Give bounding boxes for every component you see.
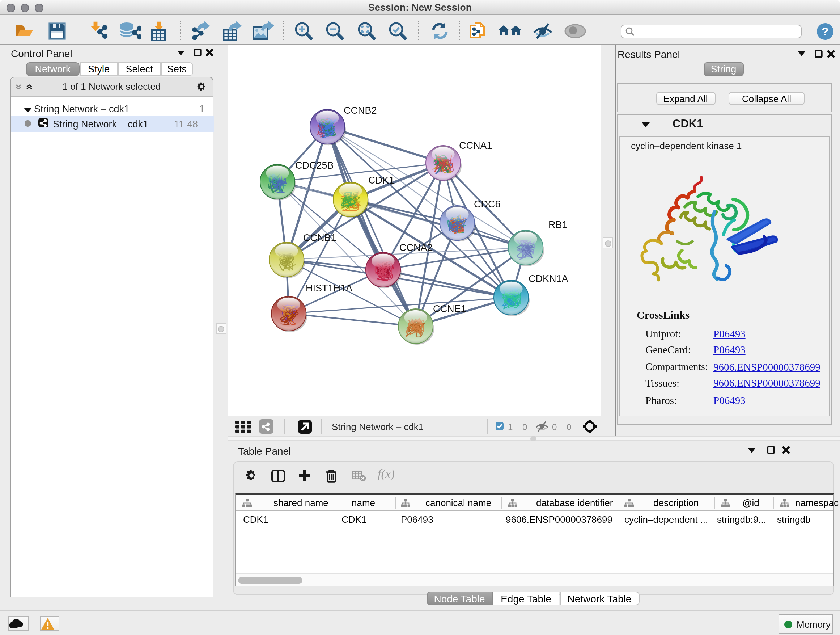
svg-text:CDKN1A: CDKN1A	[529, 273, 568, 284]
svg-text:RB1: RB1	[548, 219, 568, 230]
svg-text:CDC25B: CDC25B	[295, 160, 334, 171]
svg-text:CCNA2: CCNA2	[399, 242, 433, 253]
svg-text:CCNE1: CCNE1	[433, 303, 466, 314]
svg-text:HIST1H1A: HIST1H1A	[306, 283, 352, 294]
svg-text:CCNB1: CCNB1	[303, 233, 336, 243]
svg-text:CDK1: CDK1	[368, 175, 394, 186]
svg-text:CCNA1: CCNA1	[459, 140, 493, 151]
svg-text:CCNB2: CCNB2	[344, 105, 377, 116]
svg-text:CDC6: CDC6	[474, 199, 501, 210]
